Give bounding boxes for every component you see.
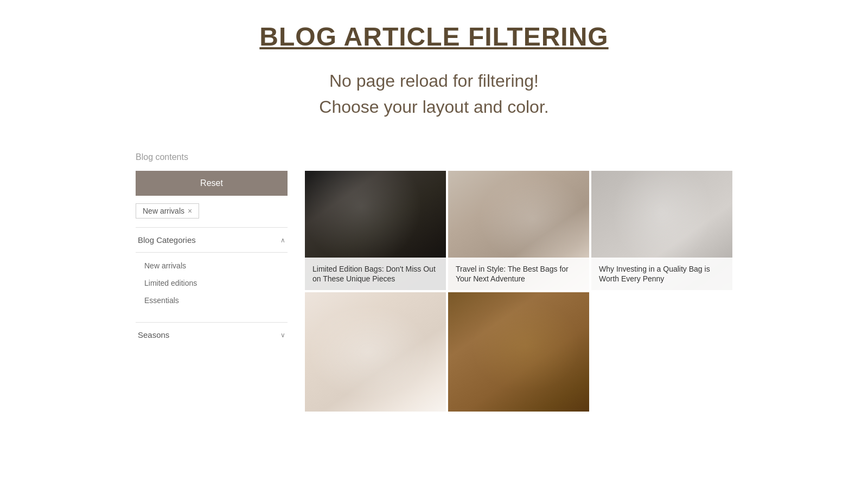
article-card-2[interactable]: Travel in Style: The Best Bags for Your … (448, 171, 589, 290)
subtitle-line-1: No page reload for filtering! (136, 68, 732, 94)
article-card-4[interactable] (305, 292, 446, 412)
article-3-title: Why Investing in a Quality Bag is Worth … (591, 258, 732, 290)
page-subtitle: No page reload for filtering! Choose you… (136, 68, 732, 120)
articles-grid: Limited Edition Bags: Don't Miss Out on … (305, 171, 732, 412)
filter-item-new-arrivals[interactable]: New arrivals (136, 257, 288, 274)
content-layout: Reset New arrivals × Blog Categories ∧ N… (136, 171, 732, 412)
article-1-title: Limited Edition Bags: Don't Miss Out on … (305, 258, 446, 290)
sidebar: Reset New arrivals × Blog Categories ∧ N… (136, 171, 288, 347)
article-5-image (448, 292, 589, 412)
filter-group-categories-label: Blog Categories (138, 235, 196, 245)
filter-group-categories: Blog Categories ∧ New arrivals Limited e… (136, 227, 288, 313)
article-card-1[interactable]: Limited Edition Bags: Don't Miss Out on … (305, 171, 446, 290)
filter-group-seasons: Seasons ∨ (136, 322, 288, 347)
filter-group-seasons-label: Seasons (138, 330, 169, 339)
filter-item-essentials[interactable]: Essentials (136, 292, 288, 309)
active-filter-tag[interactable]: New arrivals × (136, 203, 199, 219)
blog-section-label: Blog contents (136, 152, 732, 162)
article-card-3[interactable]: Why Investing in a Quality Bag is Worth … (591, 171, 732, 290)
article-4-image (305, 292, 446, 412)
active-filter-label: New arrivals (143, 207, 184, 215)
page-title: BLOG ARTICLE FILTERING (136, 22, 732, 52)
remove-filter-icon[interactable]: × (188, 207, 192, 215)
chevron-down-icon: ∨ (280, 331, 285, 339)
subtitle-line-2: Choose your layout and color. (136, 94, 732, 120)
filter-group-categories-header[interactable]: Blog Categories ∧ (136, 228, 288, 253)
reset-button[interactable]: Reset (136, 171, 288, 196)
filter-items-categories: New arrivals Limited editions Essentials (136, 253, 288, 313)
article-card-5[interactable] (448, 292, 589, 412)
chevron-up-icon: ∧ (280, 236, 285, 244)
filter-item-limited-editions[interactable]: Limited editions (136, 274, 288, 292)
filter-group-seasons-header[interactable]: Seasons ∨ (136, 323, 288, 347)
article-2-title: Travel in Style: The Best Bags for Your … (448, 258, 589, 290)
